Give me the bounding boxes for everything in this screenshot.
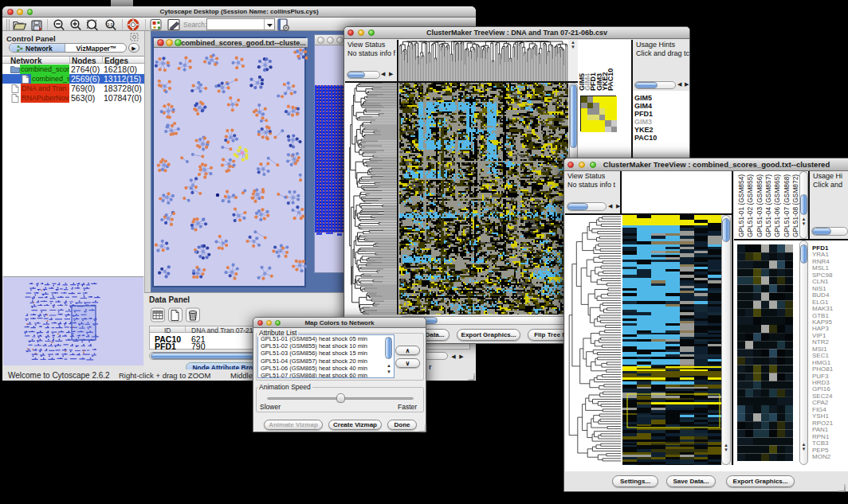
- svg-text:GPL51-03 (GSM856): GPL51-03 (GSM856): [756, 174, 764, 237]
- svg-text:PAC10: PAC10: [607, 68, 614, 91]
- svg-text:GPL51-04 (GSM857): GPL51-04 (GSM857): [764, 174, 772, 237]
- svg-text:GPL51-08 (GSM872): GPL51-08 (GSM872): [791, 174, 799, 237]
- svg-text:GPL51-07 (GSM868): GPL51-07 (GSM868): [783, 174, 791, 237]
- svg-text:GPL51-06 (GSM865): GPL51-06 (GSM865): [773, 174, 781, 237]
- svg-text:1:1: 1:1: [107, 22, 112, 27]
- svg-text:GPL51-01 (GSM854): GPL51-01 (GSM854): [737, 174, 745, 237]
- svg-text:GPL51-02 (GSM855): GPL51-02 (GSM855): [746, 174, 754, 237]
